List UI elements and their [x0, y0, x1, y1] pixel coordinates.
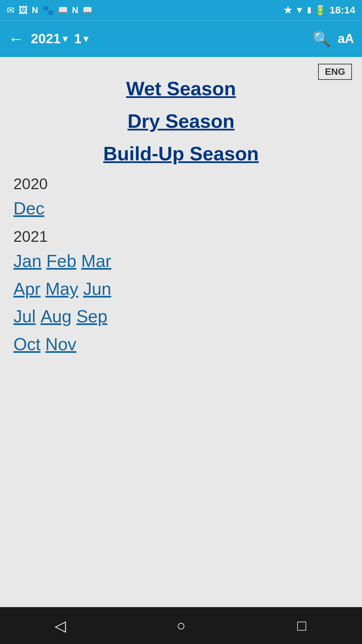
mail-icon: ✉	[7, 5, 14, 16]
wifi-icon: ▼	[295, 5, 304, 15]
months-2021-row-3: Jul Aug Sep	[13, 304, 349, 329]
cat-icon: 🐾	[42, 5, 54, 16]
bluetooth-icon: ★	[284, 5, 292, 16]
book-icon2: 📖	[82, 5, 93, 15]
month-mar[interactable]: Mar	[81, 251, 111, 271]
battery-icon: 🔋	[314, 5, 326, 16]
month-jan[interactable]: Jan	[13, 251, 42, 271]
nav-recents-button[interactable]: □	[288, 612, 315, 639]
months-2021-row-4: Oct Nov	[13, 332, 349, 357]
n-icon1: N	[32, 5, 38, 15]
chapter-value: 1	[74, 31, 81, 46]
image-icon: 🖼	[18, 5, 28, 16]
nav-bar: ◁ ○ □	[0, 607, 362, 644]
month-jul[interactable]: Jul	[13, 307, 36, 326]
language-badge[interactable]: ENG	[318, 64, 352, 80]
font-size-button[interactable]: aA	[338, 32, 354, 46]
status-right: ★ ▼ ▮ 🔋 18:14	[284, 4, 355, 16]
n-icon2: N	[72, 5, 78, 15]
month-dec-2020[interactable]: Dec	[13, 199, 44, 218]
month-sep[interactable]: Sep	[76, 307, 108, 326]
wet-season-link[interactable]: Wet Season	[13, 77, 349, 100]
buildup-season-link[interactable]: Build-Up Season	[13, 142, 349, 165]
back-button[interactable]: ←	[8, 31, 24, 47]
signal-icon: ▮	[307, 6, 311, 14]
status-bar: ✉ 🖼 N 🐾 📖 N 📖 ★ ▼ ▮ 🔋 18:14	[0, 0, 362, 20]
month-oct[interactable]: Oct	[13, 334, 41, 354]
month-feb[interactable]: Feb	[46, 251, 76, 271]
month-may[interactable]: May	[45, 279, 78, 299]
year-selector[interactable]: 2021 ▾	[31, 31, 67, 46]
month-nov[interactable]: Nov	[45, 334, 76, 354]
search-button[interactable]: 🔍	[312, 30, 331, 48]
dry-season-link[interactable]: Dry Season	[13, 110, 349, 132]
chapter-selector[interactable]: 1 ▾	[74, 31, 88, 46]
year-value: 2021	[31, 31, 61, 46]
status-icons-left: ✉ 🖼 N 🐾 📖 N 📖	[7, 5, 93, 16]
year-2020-label: 2020	[13, 175, 349, 193]
month-jun[interactable]: Jun	[83, 279, 111, 299]
month-aug[interactable]: Aug	[41, 307, 72, 326]
months-2021-row-1: Jan Feb Mar	[13, 249, 349, 273]
toolbar: ← 2021 ▾ 1 ▾ 🔍 aA	[0, 20, 362, 57]
nav-back-button[interactable]: ◁	[47, 612, 74, 639]
time-display: 18:14	[329, 4, 355, 16]
months-2021-row-2: Apr May Jun	[13, 277, 349, 301]
year-dropdown-arrow: ▾	[63, 33, 67, 44]
months-2020-dec-row: Dec	[13, 196, 349, 221]
book-icon1: 📖	[58, 5, 68, 15]
main-content: ENG Wet Season Dry Season Build-Up Seaso…	[0, 57, 362, 607]
nav-home-button[interactable]: ○	[168, 612, 194, 639]
chapter-dropdown-arrow: ▾	[83, 33, 88, 44]
year-2021-label: 2021	[13, 227, 349, 246]
month-apr[interactable]: Apr	[13, 279, 41, 299]
